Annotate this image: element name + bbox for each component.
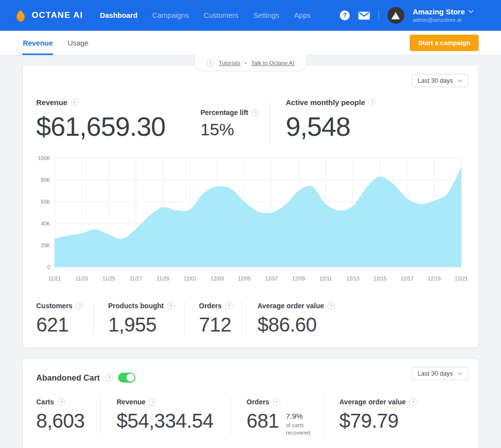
account-name: Amazing Store [413, 7, 465, 16]
revenue-area-chart: 100K80K60K40K20K011/2111/2311/2511/2711/… [36, 153, 469, 281]
stat-label: Average order value [257, 302, 324, 310]
question-icon[interactable]: ? [369, 99, 376, 106]
svg-text:40K: 40K [41, 221, 50, 226]
abandoned-cart-card: Last 30 days Abandoned Cart ? Carts? 8,6… [22, 358, 479, 448]
brand[interactable]: OCTANE AI [14, 8, 83, 23]
svg-text:11/29: 11/29 [157, 276, 170, 281]
svg-text:12/15: 12/15 [374, 276, 386, 281]
stat-value: 1,955 [108, 314, 184, 336]
stat-label: Customers [36, 302, 72, 310]
date-range-select[interactable]: Last 30 days [412, 74, 468, 87]
question-icon[interactable]: ? [167, 302, 175, 310]
talk-to-octane-link[interactable]: Talk to Octane AI [251, 60, 294, 66]
svg-text:12/17: 12/17 [401, 276, 414, 281]
revenue-stats-row: Customers? 621 Products bought? 1,955 Or… [36, 301, 478, 336]
account-email: admin@amzstore.ai [413, 17, 474, 23]
nav-item-dashboard[interactable]: Dashboard [100, 11, 137, 19]
stat-recovered-revenue: Revenue? $54,334.54 [100, 397, 231, 437]
svg-text:12/13: 12/13 [346, 276, 359, 281]
sub-navbar: Revenue Usage Start a campaign [0, 31, 501, 56]
stat-value: $79.79 [339, 410, 417, 432]
revenue-value: $61,659.30 [36, 111, 200, 142]
main-nav: Dashboard Campaigns Customers Settings A… [100, 11, 311, 19]
date-range-value: Last 30 days [418, 77, 453, 84]
stat-customers: Customers? 621 [36, 301, 93, 336]
tab-revenue[interactable]: Revenue [22, 31, 53, 55]
question-icon[interactable]: ? [105, 374, 113, 382]
top-navbar: OCTANE AI Dashboard Campaigns Customers … [0, 0, 501, 31]
recovered-caption: of carts recovered [286, 422, 320, 437]
abandoned-stats-row: Carts? 8,603 Revenue? $54,334.54 Orders?… [36, 397, 478, 437]
svg-text:20K: 20K [41, 242, 50, 248]
chevron-down-icon [468, 10, 474, 13]
dot-separator: • [245, 60, 247, 66]
revenue-card: Last 30 days Revenue ? $61,659.30 Percen… [22, 65, 479, 348]
stat-label: Products bought [108, 302, 164, 310]
question-icon[interactable]: ? [273, 398, 280, 406]
svg-text:12/19: 12/19 [428, 276, 440, 281]
svg-text:12/01: 12/01 [184, 276, 196, 281]
stat-label: Orders [247, 398, 269, 406]
question-icon[interactable]: ? [409, 398, 417, 406]
question-icon[interactable]: ? [225, 302, 233, 310]
stat-recovered-orders: Orders? 681 7.9% of carts recovered [231, 397, 324, 437]
date-range-select[interactable]: Last 30 days [412, 367, 468, 380]
stat-label: Orders [199, 302, 222, 310]
navbar-divider [378, 10, 379, 20]
avatar[interactable] [387, 7, 404, 24]
nav-item-apps[interactable]: Apps [294, 11, 311, 19]
amp-label: Active monthly people [286, 98, 365, 107]
svg-text:80K: 80K [41, 177, 50, 183]
stat-value: 621 [36, 314, 93, 336]
revenue-metric: Revenue ? $61,659.30 [36, 98, 200, 142]
question-icon[interactable]: ? [58, 398, 65, 406]
headline-metrics: Revenue ? $61,659.30 Percentage lift ? 1… [23, 65, 478, 145]
svg-text:12/21: 12/21 [455, 276, 468, 281]
stat-carts: Carts? 8,603 [36, 397, 100, 437]
nav-item-campaigns[interactable]: Campaigns [152, 11, 188, 19]
svg-text:12/07: 12/07 [265, 276, 278, 281]
stat-products-bought: Products bought? 1,955 [93, 301, 184, 336]
stat-value: 8,603 [36, 410, 100, 432]
stat-label: Revenue [117, 398, 145, 406]
question-icon[interactable]: ? [76, 302, 83, 310]
mail-icon[interactable] [358, 11, 370, 20]
revenue-label: Revenue [36, 98, 67, 107]
start-campaign-button[interactable]: Start a campaign [410, 35, 479, 51]
svg-text:60K: 60K [41, 199, 50, 205]
lift-value: 15% [200, 120, 269, 139]
question-icon[interactable]: ? [207, 59, 214, 67]
question-icon[interactable]: ? [149, 398, 156, 406]
percentage-lift-metric: Percentage lift ? 15% [200, 109, 269, 139]
amp-value: 9,548 [286, 111, 376, 142]
svg-text:0: 0 [47, 264, 50, 270]
carts-recovered-note: 7.9% of carts recovered [286, 412, 320, 437]
stat-value: 681 [247, 410, 279, 437]
question-icon[interactable]: ? [327, 302, 335, 310]
account-menu[interactable]: Amazing Store admin@amzstore.ai [413, 7, 474, 23]
tutorials-link[interactable]: Tutorials [219, 60, 241, 66]
stat-average-order-value: Average order value? $86.60 [242, 301, 335, 336]
toggle-knob [126, 374, 134, 382]
help-icon[interactable]: ? [340, 10, 350, 20]
help-links-tab: ? Tutorials • Talk to Octane AI [194, 55, 307, 71]
question-icon[interactable]: ? [251, 109, 259, 116]
abandoned-cart-toggle[interactable] [118, 373, 135, 383]
recovered-percent: 7.9% [286, 412, 320, 420]
question-icon[interactable]: ? [71, 99, 78, 106]
store-logo-icon [391, 11, 400, 20]
stat-value: 712 [199, 314, 242, 336]
date-range-value: Last 30 days [418, 370, 453, 377]
stat-orders: Orders? 712 [184, 301, 242, 336]
stat-value: $86.60 [257, 314, 335, 336]
stat-label: Average order value [339, 398, 406, 406]
svg-text:11/23: 11/23 [75, 276, 88, 281]
nav-item-customers[interactable]: Customers [203, 11, 238, 19]
stat-label: Carts [36, 398, 54, 406]
tab-usage[interactable]: Usage [67, 31, 89, 55]
flame-logo-icon [14, 8, 27, 23]
nav-item-settings[interactable]: Settings [253, 11, 279, 19]
chevron-down-icon [457, 79, 462, 82]
svg-text:12/09: 12/09 [292, 276, 305, 281]
svg-text:11/27: 11/27 [129, 276, 142, 281]
